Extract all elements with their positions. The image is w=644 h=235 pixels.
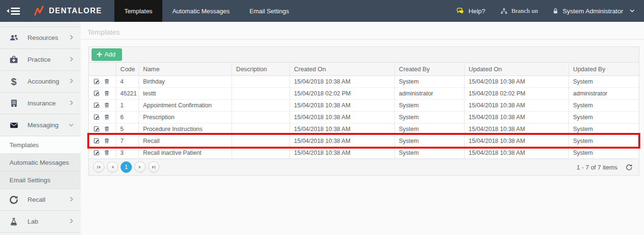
sidebar-item-recall[interactable]: Recall [0, 188, 81, 210]
table-row[interactable]: 1 Appointment Confirmation 15/04/2018 10… [89, 99, 639, 111]
edit-row-button[interactable] [93, 102, 100, 109]
column-header-description[interactable]: Description [232, 63, 289, 75]
tab-email-settings[interactable]: Email Settings [240, 0, 299, 22]
pager-last-button[interactable] [148, 161, 159, 173]
cell-updated-by: System [569, 75, 639, 87]
brand-name: DENTALORE [49, 7, 102, 15]
column-header-updated-by[interactable]: Updated By [569, 63, 639, 75]
branch-label: Branch un [512, 7, 538, 15]
flask-icon [8, 216, 20, 227]
sidebar-item-lab[interactable]: Lab [0, 210, 81, 232]
column-header-created-by[interactable]: Created By [394, 63, 464, 75]
sidebar-subitem-automatic-messages[interactable]: Automatic Messages [0, 153, 81, 171]
cell-name: Appointment Confirmation [139, 99, 232, 111]
cell-updated-by: System [569, 99, 639, 111]
sidebar-item-accounting[interactable]: $ Accounting [0, 70, 81, 92]
delete-row-button[interactable] [103, 125, 110, 132]
edit-row-button[interactable] [93, 149, 100, 156]
cell-code: 5 [116, 123, 139, 135]
table-row[interactable]: 3 Recall inactive Patient 15/04/2018 10:… [89, 147, 639, 159]
cell-code: 4 [116, 75, 139, 87]
sidebar-item-resources[interactable]: Resources [0, 27, 81, 48]
cell-description [232, 99, 289, 111]
chevron-right-icon [69, 196, 74, 204]
delete-row-button[interactable] [103, 149, 110, 156]
delete-row-button[interactable] [103, 90, 110, 97]
cell-updated-on: 15/04/2018 10:38 AM [464, 75, 569, 87]
cell-description [232, 75, 289, 87]
cell-description [232, 87, 289, 99]
dollar-icon: $ [8, 77, 20, 86]
pager-next-button[interactable] [134, 161, 146, 173]
cell-created-by: System [394, 111, 464, 123]
lock-icon [552, 7, 559, 15]
sidebar-item-insurance[interactable]: Insurance [0, 92, 81, 114]
cell-description [232, 123, 289, 135]
add-button[interactable]: Add [92, 48, 122, 61]
medical-case-icon [8, 55, 20, 65]
cell-created-by: administrator [394, 87, 464, 99]
table-row-highlighted[interactable]: 7 Recall 15/04/2018 10:38 AM System 15/0… [89, 135, 639, 147]
delete-row-button[interactable] [103, 113, 110, 121]
plus-icon [97, 52, 102, 57]
hamburger-icon [11, 8, 20, 15]
chevron-down-icon [68, 121, 74, 130]
brand[interactable]: DENTALORE [27, 0, 114, 22]
collapse-arrow-icon [7, 9, 9, 13]
chevron-right-icon [69, 217, 74, 226]
edit-row-button[interactable] [93, 90, 100, 97]
envelope-icon [8, 121, 20, 130]
cell-created-on: 15/04/2018 10:38 AM [289, 147, 394, 159]
cell-updated-on: 15/04/2018 10:38 AM [464, 111, 569, 123]
chevron-right-icon [69, 34, 74, 42]
pager-prev-button[interactable] [107, 161, 118, 173]
sidebar-item-label: Accounting [28, 78, 69, 85]
cell-code: 3 [116, 147, 139, 159]
table-row[interactable]: 6 Prescription 15/04/2018 10:38 AM Syste… [89, 111, 639, 123]
tab-automatic-messages[interactable]: Automatic Messages [162, 0, 240, 22]
sidebar-item-practice[interactable]: Practice [0, 48, 81, 70]
edit-row-button[interactable] [93, 137, 100, 144]
help-link[interactable]: Help? [455, 6, 485, 16]
delete-row-button[interactable] [103, 102, 110, 109]
table-row[interactable]: 45221 testtt 15/04/2018 02:02 PM adminis… [89, 87, 639, 99]
cell-name: Procedure Instructions [139, 123, 232, 135]
cell-created-on: 15/04/2018 10:38 AM [289, 111, 394, 123]
title-divider [81, 39, 644, 39]
cell-updated-by: System [569, 111, 639, 123]
refresh-button[interactable] [625, 163, 633, 171]
pager-first-button[interactable] [93, 161, 104, 173]
column-header-updated-on[interactable]: Updated On [464, 63, 569, 75]
cell-created-on: 15/04/2018 10:38 AM [289, 135, 394, 147]
edit-row-button[interactable] [93, 113, 100, 121]
edit-row-button[interactable] [93, 125, 100, 132]
cell-updated-on: 15/04/2018 02:02 PM [464, 87, 569, 99]
sidebar-item-label: Lab [28, 218, 69, 225]
cell-description [232, 111, 289, 123]
help-label: Help? [468, 8, 485, 15]
templates-table: Code Name Description Created On Created… [89, 63, 639, 159]
delete-row-button[interactable] [103, 137, 110, 144]
sidebar-subitem-templates[interactable]: Templates [0, 136, 81, 153]
topbar-right: Help? Branch un System Administrator [455, 0, 644, 22]
user-menu[interactable]: System Administrator [552, 7, 635, 15]
delete-row-button[interactable] [103, 78, 110, 85]
column-header-name[interactable]: Name [139, 63, 232, 75]
table-row[interactable]: 5 Procedure Instructions 15/04/2018 10:3… [89, 123, 639, 135]
table-header-row: Code Name Description Created On Created… [89, 63, 639, 75]
column-header-code[interactable]: Code [116, 63, 139, 75]
table-row[interactable]: 4 Birthday 15/04/2018 10:38 AM System 15… [89, 75, 639, 87]
tab-templates[interactable]: Templates [114, 0, 162, 22]
sidebar-toggle-button[interactable] [0, 0, 27, 22]
column-header-created-on[interactable]: Created On [289, 63, 394, 75]
sidebar-item-label: Resources [28, 34, 69, 41]
sidebar-subitem-email-settings[interactable]: Email Settings [0, 171, 81, 188]
main-content: Templates Add Code [81, 22, 644, 235]
cell-name: Birthday [139, 75, 232, 87]
sidebar-item-messaging[interactable]: Messaging [0, 114, 81, 136]
cell-created-by: System [394, 135, 464, 147]
pager-page-button[interactable]: 1 [121, 161, 132, 173]
edit-row-button[interactable] [93, 78, 100, 85]
branch-selector[interactable]: Branch un [500, 7, 538, 15]
cell-created-by: System [394, 123, 464, 135]
